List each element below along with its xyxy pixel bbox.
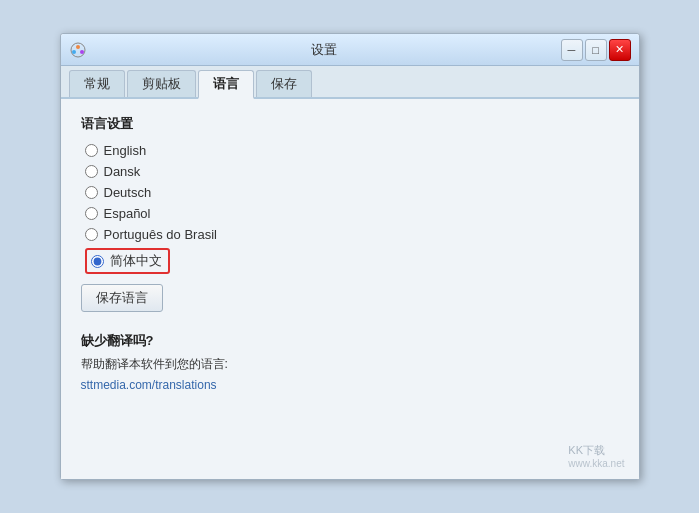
content-area: 语言设置 English Dansk Deutsch Español (61, 99, 639, 479)
svg-point-3 (80, 50, 84, 54)
title-bar: 设置 ─ □ ✕ (61, 34, 639, 66)
tab-language[interactable]: 语言 (198, 70, 254, 99)
window-controls: ─ □ ✕ (561, 39, 631, 61)
radio-dansk[interactable] (85, 165, 98, 178)
label-deutsch: Deutsch (104, 185, 152, 200)
app-icon (69, 41, 87, 59)
label-dansk: Dansk (104, 164, 141, 179)
svg-point-1 (76, 45, 80, 49)
radio-espanol[interactable] (85, 207, 98, 220)
tab-save[interactable]: 保存 (256, 70, 312, 97)
tab-clipboard[interactable]: 剪贴板 (127, 70, 196, 97)
label-chinese: 简体中文 (110, 252, 162, 270)
maximize-button[interactable]: □ (585, 39, 607, 61)
missing-title: 缺少翻译吗? (81, 332, 619, 350)
missing-translation-section: 缺少翻译吗? 帮助翻译本软件到您的语言: sttmedia.com/transl… (81, 332, 619, 392)
radio-english[interactable] (85, 144, 98, 157)
window-title: 设置 (87, 41, 561, 59)
watermark-url: www.kka.net (568, 458, 624, 469)
watermark-site: KK下载 (568, 443, 624, 458)
minimize-button[interactable]: ─ (561, 39, 583, 61)
radio-chinese[interactable] (91, 255, 104, 268)
missing-description: 帮助翻译本软件到您的语言: (81, 356, 619, 373)
save-language-button[interactable]: 保存语言 (81, 284, 163, 312)
language-option-deutsch[interactable]: Deutsch (85, 185, 619, 200)
label-portuguese: Português do Brasil (104, 227, 217, 242)
tab-general[interactable]: 常规 (69, 70, 125, 97)
close-button[interactable]: ✕ (609, 39, 631, 61)
radio-deutsch[interactable] (85, 186, 98, 199)
radio-portuguese[interactable] (85, 228, 98, 241)
label-english: English (104, 143, 147, 158)
watermark: KK下载 www.kka.net (568, 443, 624, 469)
language-option-espanol[interactable]: Español (85, 206, 619, 221)
settings-window: 设置 ─ □ ✕ 常规 剪贴板 语言 保存 语言设置 English Dansk (60, 33, 640, 480)
language-radio-group: English Dansk Deutsch Español Português … (85, 143, 619, 274)
language-option-dansk[interactable]: Dansk (85, 164, 619, 179)
translation-link[interactable]: sttmedia.com/translations (81, 378, 217, 392)
tabs-bar: 常规 剪贴板 语言 保存 (61, 66, 639, 99)
svg-point-2 (72, 50, 76, 54)
language-option-portuguese[interactable]: Português do Brasil (85, 227, 619, 242)
chinese-highlight-box: 简体中文 (85, 248, 170, 274)
label-espanol: Español (104, 206, 151, 221)
language-option-chinese[interactable]: 简体中文 (85, 248, 619, 274)
language-section-title: 语言设置 (81, 115, 619, 133)
language-option-english[interactable]: English (85, 143, 619, 158)
